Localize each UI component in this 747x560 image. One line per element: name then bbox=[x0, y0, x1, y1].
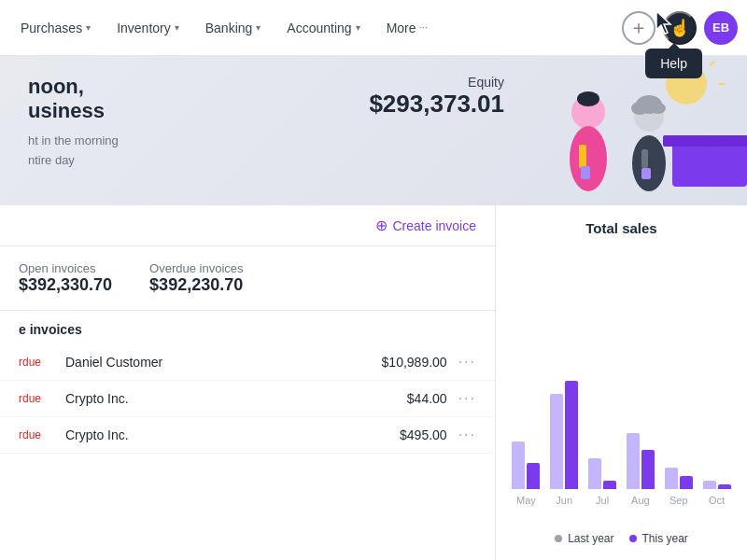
nav-item-inventory[interactable]: Inventory ▾ bbox=[106, 13, 190, 43]
more-options-0[interactable]: ··· bbox=[458, 354, 476, 371]
nav-item-purchases[interactable]: Purchases ▾ bbox=[9, 13, 102, 43]
illustration-svg bbox=[504, 56, 747, 205]
main-content: noon, usiness ht in the morning ntire da… bbox=[0, 56, 747, 560]
more-options-1[interactable]: ··· bbox=[458, 390, 476, 407]
bar-last-year-aug bbox=[627, 433, 640, 489]
bar-this-year-oct bbox=[718, 484, 731, 489]
add-button[interactable]: ＋ bbox=[622, 11, 655, 45]
bar-group-aug: Aug bbox=[625, 368, 655, 506]
invoice-status-2: rdue bbox=[19, 428, 65, 441]
left-panel: ⊕ Create invoice Open invoices $392,330.… bbox=[0, 205, 495, 560]
create-invoice-bar: ⊕ Create invoice bbox=[0, 205, 495, 246]
svg-rect-12 bbox=[641, 149, 648, 168]
legend-dot-this-year bbox=[629, 535, 637, 542]
help-button[interactable]: ☝ bbox=[663, 11, 697, 45]
invoice-status-1: rdue bbox=[19, 392, 65, 405]
avatar-label: EB bbox=[712, 21, 729, 35]
legend-last-year: Last year bbox=[555, 532, 613, 545]
create-invoice-label: Create invoice bbox=[393, 218, 477, 233]
bar-last-year-may bbox=[512, 441, 525, 489]
legend-label-this-year: This year bbox=[642, 532, 688, 545]
bar-last-year-jul bbox=[588, 458, 601, 489]
svg-point-7 bbox=[570, 126, 607, 191]
equity-widget: Equity $293,373.01 bbox=[369, 75, 504, 119]
chevron-down-icon-inventory: ▾ bbox=[175, 22, 179, 33]
table-row[interactable]: rdue Crypto Inc. $495.00 ··· bbox=[0, 417, 495, 454]
invoice-customer-1: Crypto Inc. bbox=[65, 391, 407, 406]
legend-this-year: This year bbox=[629, 532, 688, 545]
overdue-invoices-label: Overdue invoices bbox=[149, 261, 243, 275]
invoice-amount-2: $495.00 bbox=[400, 427, 447, 442]
nav-item-banking[interactable]: Banking ▾ bbox=[194, 13, 273, 43]
bar-chart: MayJunJulAugSepOct bbox=[511, 251, 732, 525]
invoices-summary: Open invoices $392,330.70 Overdue invoic… bbox=[0, 246, 495, 311]
right-panel: Total sales MayJunJulAugSepOct Last year… bbox=[495, 205, 747, 560]
svg-rect-4 bbox=[672, 140, 747, 187]
nav-label-inventory: Inventory bbox=[117, 21, 171, 35]
nav-label-purchases: Purchases bbox=[21, 21, 82, 35]
bar-this-year-aug bbox=[641, 450, 655, 489]
svg-point-15 bbox=[651, 103, 666, 114]
invoice-amount-1: $44.00 bbox=[407, 391, 447, 406]
table-row[interactable]: rdue Crypto Inc. $44.00 ··· bbox=[0, 381, 495, 417]
more-options-2[interactable]: ··· bbox=[458, 427, 476, 443]
bar-last-year-sep bbox=[665, 468, 678, 489]
bar-label-oct: Oct bbox=[709, 495, 725, 506]
ellipsis-icon: ··· bbox=[420, 22, 428, 33]
svg-rect-5 bbox=[663, 135, 747, 147]
chevron-down-icon-accounting: ▾ bbox=[356, 22, 360, 33]
chart-title: Total sales bbox=[511, 220, 732, 236]
help-tooltip-label: Help bbox=[660, 56, 687, 71]
legend-dot-last-year bbox=[555, 535, 562, 542]
table-row[interactable]: rdue Daniel Customer $10,989.00 ··· bbox=[0, 344, 495, 381]
invoice-customer-2: Crypto Inc. bbox=[65, 427, 400, 442]
body-section: ⊕ Create invoice Open invoices $392,330.… bbox=[0, 205, 747, 560]
legend-label-last-year: Last year bbox=[568, 532, 613, 545]
svg-point-14 bbox=[631, 102, 648, 115]
bar-group-oct: Oct bbox=[701, 368, 732, 506]
nav-right: ＋ ☝ EB bbox=[622, 11, 738, 45]
invoices-section-title: e invoices bbox=[0, 311, 495, 344]
nav-label-more: More bbox=[387, 21, 416, 35]
nav-label-banking: Banking bbox=[205, 21, 253, 35]
svg-rect-8 bbox=[579, 145, 586, 168]
help-tooltip: Help bbox=[645, 49, 702, 78]
chevron-down-icon-purchases: ▾ bbox=[86, 22, 91, 33]
bar-label-may: May bbox=[516, 495, 536, 506]
bar-last-year-jun bbox=[550, 394, 563, 489]
open-invoices-summary: Open invoices $392,330.70 bbox=[19, 261, 112, 295]
bar-this-year-sep bbox=[680, 476, 693, 489]
svg-point-11 bbox=[632, 135, 666, 191]
invoice-customer-0: Daniel Customer bbox=[65, 355, 382, 370]
bar-this-year-may bbox=[527, 463, 540, 489]
hero-illustration bbox=[504, 56, 747, 205]
svg-line-2 bbox=[710, 62, 714, 65]
chart-legend: Last year This year bbox=[511, 532, 732, 545]
nav-item-accounting[interactable]: Accounting ▾ bbox=[275, 13, 371, 43]
svg-point-9 bbox=[577, 91, 599, 106]
svg-rect-17 bbox=[641, 168, 651, 179]
bar-label-jun: Jun bbox=[556, 495, 572, 506]
bar-last-year-oct bbox=[703, 481, 716, 489]
avatar[interactable]: EB bbox=[704, 11, 738, 45]
help-icon: ☝ bbox=[669, 18, 690, 38]
bar-this-year-jul bbox=[603, 481, 616, 489]
top-nav: Purchases ▾ Inventory ▾ Banking ▾ Accoun… bbox=[0, 0, 747, 56]
bar-group-sep: Sep bbox=[663, 368, 694, 506]
bar-group-jul: Jul bbox=[587, 368, 618, 506]
bar-this-year-jun bbox=[565, 381, 578, 489]
invoice-table: rdue Daniel Customer $10,989.00 ··· rdue… bbox=[0, 344, 495, 454]
invoice-amount-0: $10,989.00 bbox=[382, 355, 447, 370]
overdue-invoices-summary: Overdue invoices $392,230.70 bbox=[149, 261, 243, 295]
hero-section: noon, usiness ht in the morning ntire da… bbox=[0, 56, 747, 205]
circle-plus-icon: ⊕ bbox=[375, 217, 388, 234]
bar-group-jun: Jun bbox=[549, 368, 580, 506]
equity-value: $293,373.01 bbox=[369, 90, 504, 119]
nav-items: Purchases ▾ Inventory ▾ Banking ▾ Accoun… bbox=[9, 13, 622, 43]
bar-label-aug: Aug bbox=[631, 495, 650, 506]
equity-label: Equity bbox=[369, 75, 504, 90]
nav-item-more[interactable]: More ··· bbox=[375, 13, 439, 43]
plus-icon: ＋ bbox=[629, 15, 648, 40]
create-invoice-button[interactable]: ⊕ Create invoice bbox=[375, 217, 477, 234]
nav-label-accounting: Accounting bbox=[287, 21, 351, 35]
